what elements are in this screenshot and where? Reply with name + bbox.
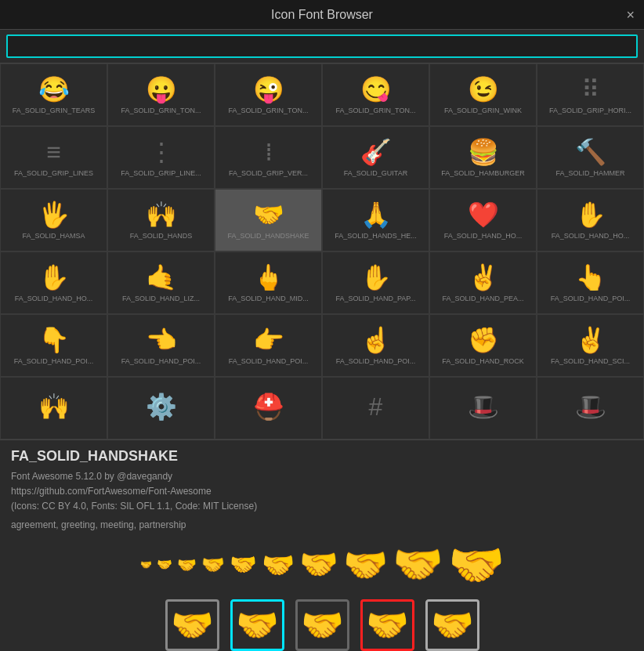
- icon-glyph: 🔨: [575, 139, 606, 165]
- titlebar: Icon Font Browser ×: [0, 0, 644, 30]
- icon-cell-FA_SOLID_PARTIAL5[interactable]: 🎩: [429, 377, 537, 439]
- preview-6xl: 🤝: [448, 538, 505, 591]
- preview-dark: 🤝: [295, 599, 349, 651]
- preview-sm: 🤝: [157, 557, 172, 572]
- icon-cell-FA_SOLID_HAMSA[interactable]: 🖐FA_SOLID_HAMSA: [0, 189, 107, 251]
- icon-cell-FA_SOLID_HAND_POI4[interactable]: 👉FA_SOLID_HAND_POI...: [215, 314, 322, 377]
- icon-cell-FA_SOLID_GUITAR[interactable]: 🎸FA_SOLID_GUITAR: [322, 126, 429, 189]
- icon-glyph: #: [369, 394, 383, 419]
- icon-label: FA_SOLID_HAND_POI...: [121, 357, 201, 366]
- icon-glyph: ⁞: [265, 139, 273, 165]
- icon-cell-FA_SOLID_HAMMER[interactable]: 🔨FA_SOLID_HAMMER: [537, 126, 644, 189]
- icon-glyph: ⠿: [581, 77, 599, 102]
- icon-label: FA_SOLID_GRIN_WINK: [444, 107, 522, 115]
- icon-cell-FA_SOLID_HAND_HO3[interactable]: ✋FA_SOLID_HAND_HO...: [0, 251, 107, 314]
- icon-label: FA_SOLID_HAND_ROCK: [442, 357, 524, 366]
- icon-glyph: 🖕: [253, 265, 284, 290]
- icon-glyph: 😉: [468, 77, 499, 102]
- icon-glyph: 🤝: [253, 202, 284, 227]
- preview-cyan: 🤝: [230, 599, 284, 651]
- icon-glyph: 🎩: [468, 394, 499, 419]
- icon-cell-FA_SOLID_HAND_PEA[interactable]: ✌️FA_SOLID_HAND_PEA...: [429, 251, 537, 314]
- icon-grid-container[interactable]: 🎓FA_SOLID_GRADUATI...>FA_SOLID_GREATER_.…: [0, 63, 644, 439]
- icon-cell-FA_SOLID_GRIN_TONG2[interactable]: 😜FA_SOLID_GRIN_TON...: [215, 63, 322, 126]
- icon-cell-FA_SOLID_HAND_POI[interactable]: 👆FA_SOLID_HAND_POI...: [537, 251, 644, 314]
- icon-label: FA_SOLID_HAMMER: [555, 169, 624, 178]
- icon-cell-FA_SOLID_PARTIAL1[interactable]: 🙌: [0, 377, 107, 439]
- icon-label: FA_SOLID_GRIP_HORI...: [549, 107, 631, 115]
- preview-2xl: 🤝: [262, 549, 295, 580]
- icon-label: FA_SOLID_HAND_LIZ...: [122, 295, 200, 303]
- icon-label: FA_SOLID_HAND_POI...: [336, 357, 416, 366]
- icon-label: FA_SOLID_GRIN_TON...: [229, 107, 309, 115]
- icon-label: FA_SOLID_HAND_POI...: [14, 357, 94, 366]
- icon-cell-FA_SOLID_GRIN_WINK[interactable]: 😉FA_SOLID_GRIN_WINK: [429, 63, 537, 126]
- window-title: Icon Font Browser: [271, 8, 373, 22]
- icon-cell-FA_SOLID_HANDSHAKE[interactable]: 🤝FA_SOLID_HANDSHAKE: [215, 189, 322, 251]
- icon-cell-FA_SOLID_GRIP_VER[interactable]: ⁞FA_SOLID_GRIP_VER...: [215, 126, 322, 189]
- icon-glyph: ⋮: [149, 139, 174, 165]
- icon-glyph: 🙌: [38, 394, 70, 419]
- icon-glyph: ✋: [575, 202, 606, 227]
- search-input[interactable]: [6, 34, 638, 58]
- icon-label: FA_SOLID_HAND_SCI...: [551, 357, 630, 366]
- icon-cell-FA_SOLID_GRIN_TONG3[interactable]: 😋FA_SOLID_GRIN_TON...: [322, 63, 429, 126]
- icon-cell-FA_SOLID_HAND_ROCK[interactable]: ✊FA_SOLID_HAND_ROCK: [429, 314, 537, 377]
- icon-cell-FA_SOLID_HANDS[interactable]: 🙌FA_SOLID_HANDS: [107, 189, 215, 251]
- icon-label: FA_SOLID_HAND_HO...: [15, 295, 93, 303]
- preview-styled-row: 🤝 🤝 🤝 🤝 🤝: [11, 596, 633, 651]
- close-button[interactable]: ×: [626, 8, 635, 22]
- icon-glyph: ≡: [46, 139, 61, 165]
- icon-label: FA_SOLID_GRIN_TON...: [336, 107, 416, 115]
- icon-glyph: ☝️: [360, 327, 392, 353]
- preview-red: 🤝: [360, 599, 414, 651]
- preview-sizes-row: 🤝 🤝 🤝 🤝 🤝 🤝 🤝 🤝 🤝 🤝: [11, 530, 633, 596]
- icon-glyph: ✊: [468, 327, 499, 353]
- icon-cell-FA_SOLID_HAND_HO2[interactable]: ✋FA_SOLID_HAND_HO...: [537, 189, 644, 251]
- preview-4xl: 🤝: [343, 544, 388, 586]
- icon-cell-FA_SOLID_HAND_HO1[interactable]: ❤️FA_SOLID_HAND_HO...: [429, 189, 537, 251]
- icon-cell-FA_SOLID_GRIP_LINE1[interactable]: ⋮FA_SOLID_GRIP_LINE...: [107, 126, 215, 189]
- preview-md: 🤝: [177, 555, 197, 574]
- preview-3xl: 🤝: [299, 546, 338, 583]
- preview-xl: 🤝: [230, 552, 257, 577]
- preview-gray: 🤝: [165, 599, 219, 651]
- icon-label: FA_SOLID_HAND_HO...: [552, 232, 630, 241]
- icon-label: FA_SOLID_HANDS_HE...: [335, 232, 417, 241]
- preview-5xl: 🤝: [393, 541, 443, 588]
- meta-line1: Font Awesome 5.12.0 by @davegandy: [11, 469, 633, 484]
- icon-cell-FA_SOLID_PARTIAL4[interactable]: #: [322, 377, 429, 439]
- preview-xs: 🤝: [140, 559, 152, 570]
- icon-label: FA_SOLID_GRIP_LINES: [14, 169, 93, 178]
- icon-cell-FA_SOLID_HANDS_HE[interactable]: 🙏FA_SOLID_HANDS_HE...: [322, 189, 429, 251]
- icon-glyph: ⚙️: [146, 394, 177, 419]
- icon-cell-FA_SOLID_GRIN_TONG1[interactable]: 😛FA_SOLID_GRIN_TON...: [107, 63, 215, 126]
- icon-cell-FA_SOLID_HAND_SCI[interactable]: ✌️FA_SOLID_HAND_SCI...: [537, 314, 644, 377]
- icon-label: FA_SOLID_HANDS: [130, 232, 193, 241]
- icon-label: FA_SOLID_HAND_POI...: [229, 357, 309, 366]
- icon-cell-FA_SOLID_GRIP_LINES[interactable]: ≡FA_SOLID_GRIP_LINES: [0, 126, 107, 189]
- icon-glyph: 😛: [146, 77, 177, 102]
- preview-lg: 🤝: [201, 554, 225, 576]
- icon-cell-FA_SOLID_GRIP_HORI[interactable]: ⠿FA_SOLID_GRIP_HORI...: [537, 63, 644, 126]
- icon-cell-FA_SOLID_HAMBURGER[interactable]: 🍔FA_SOLID_HAMBURGER: [429, 126, 537, 189]
- icon-cell-FA_SOLID_HAND_POI5[interactable]: ☝️FA_SOLID_HAND_POI...: [322, 314, 429, 377]
- icon-cell-FA_SOLID_HAND_MID[interactable]: 🖕FA_SOLID_HAND_MID...: [215, 251, 322, 314]
- icon-cell-FA_SOLID_HAND_POI3[interactable]: 👈FA_SOLID_HAND_POI...: [107, 314, 215, 377]
- icon-meta: Font Awesome 5.12.0 by @davegandy https:…: [11, 469, 633, 515]
- icon-cell-FA_SOLID_PARTIAL2[interactable]: ⚙️: [107, 377, 215, 439]
- icon-label: FA_SOLID_GUITAR: [344, 169, 407, 178]
- icon-cell-FA_SOLID_PARTIAL3[interactable]: ⛑️: [215, 377, 322, 439]
- meta-line2: https://github.com/FortAwesome/Font-Awes…: [11, 484, 633, 499]
- icon-label: FA_SOLID_HAND_MID...: [228, 295, 309, 303]
- icon-glyph: 👉: [253, 327, 284, 353]
- icon-glyph: ✌️: [575, 327, 606, 353]
- icon-label: FA_SOLID_HAND_POI...: [551, 295, 631, 303]
- icon-cell-FA_SOLID_PARTIAL6[interactable]: 🎩: [537, 377, 644, 439]
- icon-label: FA_SOLID_GRIN_TEARS: [13, 107, 96, 115]
- icon-cell-FA_SOLID_HAND_LIZ[interactable]: 🤙FA_SOLID_HAND_LIZ...: [107, 251, 215, 314]
- icon-glyph: ✋: [360, 265, 392, 290]
- icon-cell-FA_SOLID_GRIN_TEARS[interactable]: 😂FA_SOLID_GRIN_TEARS: [0, 63, 107, 126]
- icon-cell-FA_SOLID_HAND_PAP[interactable]: ✋FA_SOLID_HAND_PAP...: [322, 251, 429, 314]
- icon-cell-FA_SOLID_HAND_POI2[interactable]: 👇FA_SOLID_HAND_POI...: [0, 314, 107, 377]
